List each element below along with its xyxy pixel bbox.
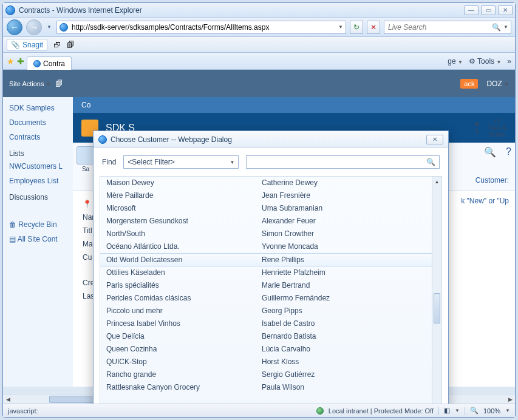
nav-all-site-content[interactable]: ▤ All Site Cont xyxy=(3,232,73,246)
snagit-icon: 📎 xyxy=(11,41,20,49)
company-cell: Pericles Comidas clásicas xyxy=(106,294,262,302)
site-actions-menu[interactable]: Site Actions ▼ xyxy=(9,80,50,87)
sp-save-button[interactable]: Sa xyxy=(77,146,95,172)
url-field-container: ▼ xyxy=(56,21,346,34)
list-row[interactable]: Queen CozinhaLúcia Carvalho xyxy=(100,343,432,356)
hscroll-right-icon[interactable]: ▶ xyxy=(505,395,515,404)
list-row[interactable]: Piccolo und mehrGeorg Pipps xyxy=(100,305,432,317)
dialog-filter-row: Find <Select Filter> ▼ 🔍 xyxy=(94,148,448,176)
list-row[interactable]: Océano Atlántico Ltda.Yvonne Moncada xyxy=(100,240,432,253)
list-vertical-scrollbar[interactable]: ▲ ▼ xyxy=(432,177,441,404)
dialog-title: Choose Customer -- Webpage Dialog xyxy=(111,135,232,144)
status-bar: javascript: Local intranet | Protected M… xyxy=(3,404,515,417)
company-cell: Queen Cozinha xyxy=(106,345,262,353)
list-row[interactable]: Rattlesnake Canyon GroceryPaula Wilson xyxy=(100,381,432,394)
status-breaker-caret[interactable]: ▼ xyxy=(455,408,460,413)
list-row[interactable]: Old World DelicatessenRene Phillips xyxy=(100,253,432,266)
search-icon[interactable]: 🔍 xyxy=(426,158,435,166)
contact-cell: Henriette Pfalzheim xyxy=(262,268,426,277)
snagit-tool-2-icon[interactable]: 🗐 xyxy=(67,41,74,49)
list-row[interactable]: Princesa Isabel VinhosIsabel de Castro xyxy=(100,317,432,330)
history-dropdown[interactable]: ▼ xyxy=(46,21,53,34)
contact-cell: Alexander Feuer xyxy=(262,217,426,225)
list-row[interactable]: Ottilies KäseladenHenriette Pfalzheim xyxy=(100,266,432,279)
vscroll-track[interactable] xyxy=(432,186,441,404)
filter-search-field[interactable]: 🔍 xyxy=(246,155,440,169)
dialog-icon xyxy=(98,135,107,144)
list-row[interactable]: Que DelíciaBernardo Batista xyxy=(100,330,432,343)
find-label: Find xyxy=(102,158,116,166)
url-input[interactable] xyxy=(70,22,336,32)
vscroll-thumb[interactable] xyxy=(434,293,440,323)
contact-cell: Yvonne Moncada xyxy=(262,242,426,251)
hscroll-thumb[interactable] xyxy=(49,396,98,403)
ribbon-browse-icon[interactable]: 🗐 xyxy=(55,80,63,88)
dialog-close-button[interactable]: ✕ xyxy=(426,135,443,144)
list-row[interactable]: Pericles Comidas clásicasGuillermo Ferná… xyxy=(100,292,432,305)
list-row[interactable]: North/SouthSimon Crowther xyxy=(100,228,432,240)
contact-cell: Guillermo Fernández xyxy=(262,294,426,302)
sp-tab-label[interactable]: Co xyxy=(81,101,90,109)
list-row[interactable]: Rancho grandeSergio Gutiérrez xyxy=(100,368,432,381)
contact-cell: Bernardo Batista xyxy=(262,332,426,340)
list-row[interactable]: Maison DeweyCatherine Dewey xyxy=(100,177,432,189)
list-row[interactable]: Morgenstern GesundkostAlexander Feuer xyxy=(100,215,432,228)
tools-label: Tools xyxy=(477,57,494,66)
nav-nwcustomers[interactable]: NWCustomers L xyxy=(3,159,73,174)
nav-contracts[interactable]: Contracts xyxy=(3,130,73,144)
browser-tabstrip: ★ ✚ Contra ge ▼ ⚙ Tools ▼ » xyxy=(3,53,515,70)
vscroll-up-icon[interactable]: ▲ xyxy=(432,177,441,186)
nav-sdk-samples[interactable]: SDK Samples xyxy=(3,101,73,115)
refresh-button[interactable]: ↻ xyxy=(350,21,363,34)
company-cell: Mère Paillarde xyxy=(106,191,262,200)
customer-list: Maison DeweyCatherine DeweyMère Paillard… xyxy=(100,176,442,404)
user-menu[interactable]: DOZ ▼ xyxy=(486,80,509,88)
maximize-button[interactable]: ▭ xyxy=(481,5,496,15)
back-button[interactable]: ← xyxy=(7,19,22,35)
contact-cell: Lúcia Carvalho xyxy=(262,345,426,353)
save-icon xyxy=(77,146,95,164)
status-zoom: 100% xyxy=(483,407,500,415)
snagit-button[interactable]: 📎 Snagit xyxy=(7,39,47,51)
company-cell: Piccolo und mehr xyxy=(106,307,262,315)
zoom-caret[interactable]: ▼ xyxy=(505,408,510,413)
search-input[interactable] xyxy=(387,22,489,32)
filter-select[interactable]: <Select Filter> ▼ xyxy=(123,155,239,169)
ack-badge[interactable]: ack xyxy=(460,79,478,89)
company-cell: QUICK-Stop xyxy=(106,357,262,366)
gear-icon: ⚙ xyxy=(469,57,475,66)
close-button[interactable]: ✕ xyxy=(498,5,513,15)
zone-icon xyxy=(316,407,324,415)
nav-employees[interactable]: Employees List xyxy=(3,174,73,188)
status-breaker-icon[interactable]: ◧ xyxy=(444,407,450,415)
tools-menu[interactable]: ⚙ Tools ▼ xyxy=(469,57,501,66)
list-row[interactable]: MicrosoftUma Subramanian xyxy=(100,202,432,215)
chevron-down-icon: ▼ xyxy=(230,160,234,165)
contact-cell: Georg Pipps xyxy=(262,307,426,315)
stop-button[interactable]: ✕ xyxy=(367,21,380,34)
add-favorite-icon[interactable]: ✚ xyxy=(17,56,24,66)
sharepoint-ribbon: Site Actions ▼ 🗐 ack DOZ ▼ xyxy=(3,70,515,97)
dialog-titlebar: Choose Customer -- Webpage Dialog ✕ xyxy=(94,131,448,148)
status-left: javascript: xyxy=(8,407,38,415)
list-row[interactable]: Paris spécialitésMarie Bertrand xyxy=(100,279,432,292)
company-cell: Morgenstern Gesundkost xyxy=(106,217,262,225)
url-dropdown-icon[interactable]: ▼ xyxy=(338,24,343,30)
favorites-icon[interactable]: ★ xyxy=(7,56,15,66)
search-icon[interactable]: 🔍 xyxy=(492,23,501,32)
heart-icon: ❤ xyxy=(474,121,479,128)
snagit-tool-1-icon[interactable]: 🗗 xyxy=(53,41,61,49)
minimize-button[interactable]: — xyxy=(464,5,479,15)
titlebar: Contracts - Windows Internet Explorer — … xyxy=(3,3,515,18)
forward-button[interactable]: → xyxy=(26,19,42,35)
search-dropdown-icon[interactable]: ▼ xyxy=(503,24,508,30)
list-row[interactable]: QUICK-StopHorst Kloss xyxy=(100,356,432,368)
chevron-icon[interactable]: » xyxy=(507,57,511,66)
hscroll-left-icon[interactable]: ◀ xyxy=(3,395,13,404)
browser-tab[interactable]: Contra xyxy=(27,56,72,70)
company-cell: Ottilies Käseladen xyxy=(106,268,262,277)
nav-documents[interactable]: Documents xyxy=(3,115,73,130)
page-menu[interactable]: ge ▼ xyxy=(448,57,463,66)
list-row[interactable]: Mère PaillardeJean Fresnière xyxy=(100,189,432,202)
nav-recycle-bin[interactable]: 🗑 Recycle Bin xyxy=(3,217,73,232)
